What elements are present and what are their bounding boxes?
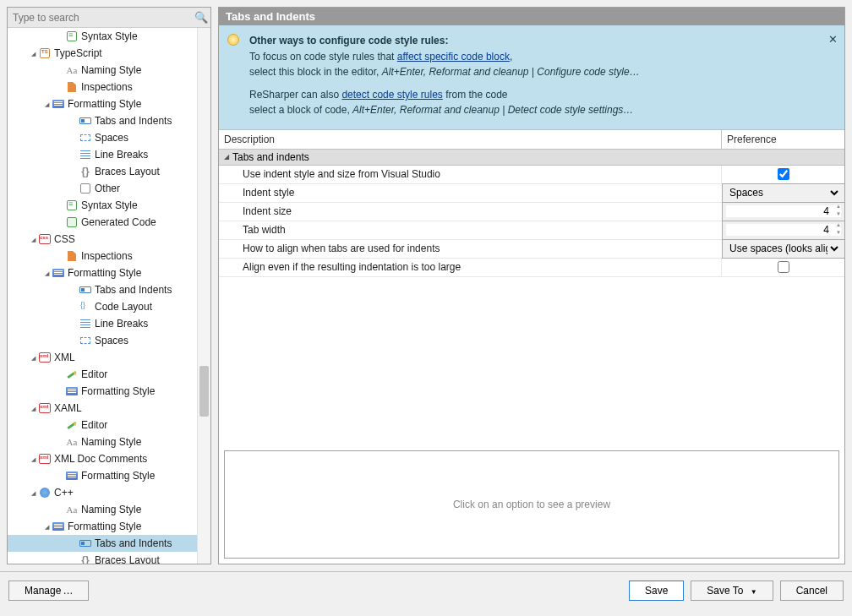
tree-node[interactable]: XML Doc Comments — [8, 450, 197, 467]
section-header[interactable]: ◢ Tabs and indents — [219, 150, 844, 166]
tree-node[interactable]: AaNaming Style — [8, 62, 197, 79]
tree-node-label: XML Doc Comments — [54, 453, 147, 465]
spinner-icon[interactable]: ▲▼ — [834, 222, 843, 238]
tree-node[interactable]: Line Breaks — [8, 146, 197, 163]
tree-node[interactable]: Spaces — [8, 332, 197, 349]
tree-node[interactable]: Inspections — [8, 248, 197, 264]
expand-icon — [28, 455, 38, 463]
info-link-detect[interactable]: detect code style rules — [341, 89, 442, 101]
manage-button[interactable]: Manage — [8, 581, 89, 601]
tree-node[interactable]: TypeScript — [8, 45, 197, 62]
cancel-button[interactable]: Cancel — [780, 581, 844, 601]
tree-node-label: Naming Style — [81, 64, 141, 76]
tree-node-label: Naming Style — [81, 504, 141, 515]
option-label: How to align when tabs are used for inde… — [219, 240, 723, 258]
save-button[interactable]: Save — [629, 581, 684, 601]
tree-node[interactable]: Spaces — [8, 129, 197, 146]
select-input[interactable]: Use spaces (looks aligned — [726, 240, 841, 258]
syntax-icon — [65, 30, 79, 43]
select-input[interactable]: Spaces — [726, 184, 841, 202]
checkbox-input[interactable] — [778, 168, 789, 180]
tree-node[interactable]: Line Breaks — [8, 315, 197, 332]
tree-node[interactable]: Code Layout — [8, 298, 197, 315]
tree-node[interactable]: Formatting Style — [8, 467, 197, 484]
option-label: Align even if the resulting indentation … — [219, 259, 721, 276]
tree-node[interactable]: C++ — [8, 484, 197, 501]
pencil-icon — [65, 368, 79, 381]
option-label: Indent size — [219, 203, 723, 221]
number-input[interactable] — [726, 224, 841, 236]
tree-node[interactable]: Tabs and Indents — [8, 281, 197, 298]
expand-icon — [28, 49, 38, 57]
format-icon — [65, 384, 79, 398]
format-icon — [52, 97, 65, 111]
option-row[interactable]: Indent styleSpaces — [219, 184, 844, 203]
tree-node[interactable]: AaNaming Style — [8, 433, 197, 450]
tree-node[interactable]: Formatting Style — [8, 383, 197, 400]
save-to-button[interactable]: Save To — [691, 581, 773, 601]
tree-node-label: Editor — [81, 419, 107, 431]
spinner-icon[interactable]: ▲▼ — [834, 204, 843, 220]
tree-node-label: Formatting Style — [68, 98, 141, 110]
option-row[interactable]: Align even if the resulting indentation … — [219, 259, 844, 277]
tree-node[interactable]: Syntax Style — [8, 28, 197, 45]
expand-icon — [28, 235, 38, 243]
option-row[interactable]: How to align when tabs are used for inde… — [219, 240, 844, 259]
braces-icon: {} — [79, 165, 92, 178]
sidebar: 🔍 Syntax StyleTypeScriptAaNaming StyleIn… — [7, 7, 211, 564]
tree-node[interactable]: Formatting Style — [8, 518, 197, 535]
format-icon — [52, 520, 65, 533]
tree-node[interactable]: Editor — [8, 366, 197, 383]
option-label: Tab width — [219, 221, 723, 239]
expand-icon — [41, 100, 52, 108]
tree-node[interactable]: Editor — [8, 417, 197, 433]
tree-node[interactable]: XML — [8, 349, 197, 366]
option-row[interactable]: Use indent style and size from Visual St… — [219, 166, 844, 184]
tree-node[interactable]: Generated Code — [8, 214, 197, 231]
option-label: Indent style — [219, 184, 723, 202]
tree-node-label: Syntax Style — [81, 199, 138, 211]
tree-node[interactable]: {}Braces Layout — [8, 552, 197, 564]
tree-node-label: Tabs and Indents — [95, 115, 172, 127]
option-row[interactable]: Tab width▲▼ — [219, 221, 844, 240]
tree-node[interactable]: XAML — [8, 400, 197, 417]
scrollbar[interactable] — [197, 28, 210, 564]
syntax-icon — [65, 199, 79, 212]
info-link-block[interactable]: affect specific code block — [397, 51, 510, 63]
xml-icon — [38, 401, 52, 415]
search-box: 🔍 — [8, 8, 210, 28]
tree-node[interactable]: Tabs and Indents — [8, 535, 197, 552]
tree-node-label: Naming Style — [81, 436, 141, 448]
tree-node[interactable]: Syntax Style — [8, 197, 197, 214]
lines-icon — [79, 317, 92, 330]
chevron-down-icon: ◢ — [224, 153, 229, 161]
tree-node[interactable]: {}Braces Layout — [8, 163, 197, 180]
tree-node[interactable]: AaNaming Style — [8, 501, 197, 518]
tree-node-label: Other — [95, 183, 120, 194]
tab-icon — [79, 537, 92, 550]
spaces-icon — [79, 334, 92, 347]
search-input[interactable] — [8, 12, 192, 24]
number-input[interactable] — [726, 205, 841, 217]
tree-node[interactable]: Formatting Style — [8, 264, 197, 281]
tree-node[interactable]: Inspections — [8, 79, 197, 95]
tree-node[interactable]: Formatting Style — [8, 95, 197, 112]
expand-icon — [41, 522, 52, 531]
expand-icon — [28, 353, 38, 362]
tree-node-label: Tabs and Indents — [95, 284, 172, 296]
expand-icon — [28, 404, 38, 412]
tree-node[interactable]: CSS — [8, 231, 197, 248]
tab-icon — [79, 283, 92, 297]
checkbox-input[interactable] — [778, 261, 789, 273]
option-row[interactable]: Indent size▲▼ — [219, 203, 844, 221]
tree-node[interactable]: Other — [8, 180, 197, 197]
tree-node[interactable]: Tabs and Indents — [8, 112, 197, 129]
other-icon — [79, 182, 92, 195]
close-icon[interactable]: ✕ — [828, 32, 838, 48]
tree-node-label: Tabs and Indents — [95, 537, 172, 549]
info-line: To focus on code style rules that affect… — [249, 50, 836, 64]
search-icon[interactable]: 🔍 — [192, 11, 210, 24]
tree-node-label: Line Breaks — [95, 149, 148, 161]
tree-node-label: Formatting Style — [68, 267, 141, 279]
insp-icon — [65, 249, 79, 263]
